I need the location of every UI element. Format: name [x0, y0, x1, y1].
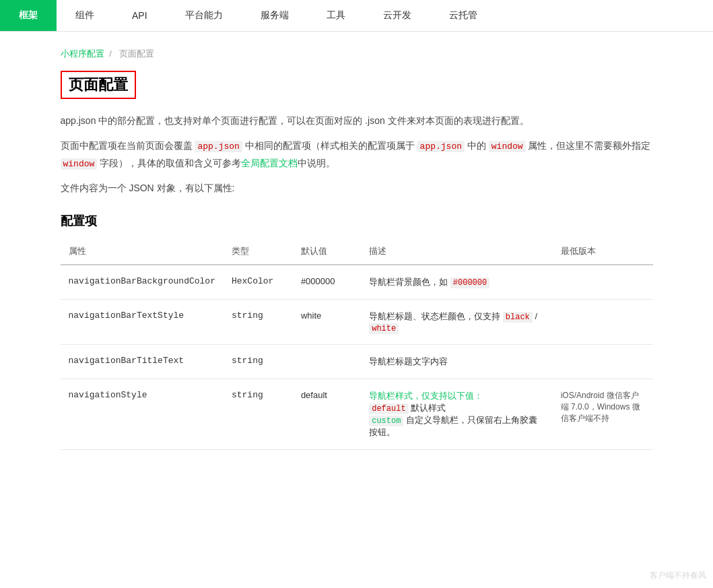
top-nav: 框架组件API平台能力服务端工具云开发云托管 [0, 0, 713, 32]
nav-item-API[interactable]: API [113, 0, 166, 31]
cell-name-1: navigationBarTextStyle [61, 300, 224, 345]
table-header-row: 属性 类型 默认值 描述 最低版本 [61, 240, 653, 265]
page-title: 页面配置 [61, 71, 136, 99]
desc-para-2: 页面中配置项在当前页面会覆盖 app.json 中相同的配置项（样式相关的配置项… [61, 137, 653, 172]
breadcrumb-current: 页面配置 [119, 48, 154, 59]
cell-desc-2: 导航栏标题文字内容 [361, 345, 552, 379]
nav-item-云托管[interactable]: 云托管 [430, 0, 496, 31]
table-row: navigationBarBackgroundColorHexColor#000… [61, 265, 653, 300]
cell-default-3: default [293, 379, 361, 450]
cell-type-1: string [224, 300, 293, 345]
cell-default-1: white [293, 300, 361, 345]
th-min-version: 最低版本 [553, 240, 653, 265]
cell-default-2 [293, 345, 361, 379]
cell-type-0: HexColor [224, 265, 293, 300]
cell-type-3: string [224, 379, 293, 450]
table-row: navigationStylestringdefault导航栏样式，仅支持以下值… [61, 379, 653, 450]
nav-item-框架[interactable]: 框架 [0, 0, 57, 31]
nav-item-服务端[interactable]: 服务端 [242, 0, 308, 31]
nav-item-平台能力[interactable]: 平台能力 [166, 0, 242, 31]
cell-min-version-3: iOS/Android 微信客户端 7.0.0，Windows 微信客户端不持 [553, 379, 653, 450]
cell-type-2: string [224, 345, 293, 379]
table-row: navigationBarTitleTextstring导航栏标题文字内容 [61, 345, 653, 379]
section-heading-config: 配置项 [61, 213, 653, 229]
cell-min-version-1 [553, 300, 653, 345]
th-type: 类型 [224, 240, 293, 265]
th-default: 默认值 [293, 240, 361, 265]
nav-item-云开发[interactable]: 云开发 [364, 0, 430, 31]
cell-name-2: navigationBarTitleText [61, 345, 224, 379]
cell-min-version-0 [553, 265, 653, 300]
th-desc: 描述 [361, 240, 552, 265]
cell-name-3: navigationStyle [61, 379, 224, 450]
breadcrumb-parent-link[interactable]: 小程序配置 [61, 48, 104, 59]
desc-para-1: app.json 中的部分配置，也支持对单个页面进行配置，可以在页面对应的 .j… [61, 112, 653, 129]
nav-item-组件[interactable]: 组件 [57, 0, 113, 31]
config-table: 属性 类型 默认值 描述 最低版本 navigationBarBackgroun… [61, 240, 653, 450]
desc-para-3: 文件内容为一个 JSON 对象，有以下属性: [61, 180, 653, 197]
table-row: navigationBarTextStylestringwhite导航栏标题、状… [61, 300, 653, 345]
cell-name-0: navigationBarBackgroundColor [61, 265, 224, 300]
nav-item-工具[interactable]: 工具 [308, 0, 364, 31]
cell-min-version-2 [553, 345, 653, 379]
breadcrumb: 小程序配置 / 页面配置 [61, 48, 653, 60]
cell-desc-3: 导航栏样式，仅支持以下值：default 默认样式custom 自定义导航栏，只… [361, 379, 552, 450]
th-name: 属性 [61, 240, 224, 265]
cell-desc-1: 导航栏标题、状态栏颜色，仅支持 black / white [361, 300, 552, 345]
cell-desc-0: 导航栏背景颜色，如 #000000 [361, 265, 552, 300]
breadcrumb-separator: / [109, 48, 114, 59]
cell-default-0: #000000 [293, 265, 361, 300]
main-content: 小程序配置 / 页面配置 页面配置 app.json 中的部分配置，也支持对单个… [34, 32, 680, 466]
